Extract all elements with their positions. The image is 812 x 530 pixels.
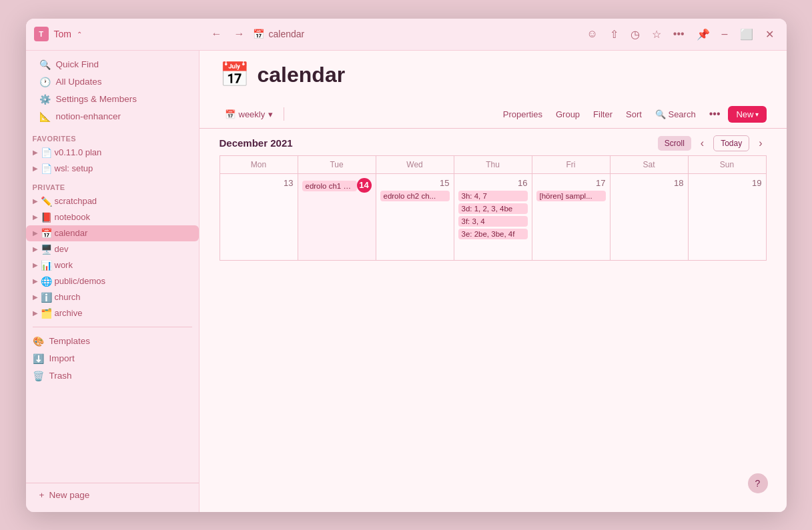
nav-page-title: calendar [269,29,305,39]
sidebar-label-church: church [55,292,81,302]
plus-icon: + [39,490,45,500]
day-header-sat: Sat [611,156,689,174]
calendar-header-row: Mon Tue Wed Thu Fri Sat Sun [220,155,767,174]
calendar-grid: Mon Tue Wed Thu Fri Sat Sun 13 [199,155,787,274]
day-header-wed: Wed [376,156,454,174]
maximize-button[interactable]: ⬜ [735,25,758,43]
sidebar-label-dev: dev [55,244,69,254]
emoji-button[interactable]: ☺ [582,25,602,43]
titlebar-actions: ☺ ⇧ ◷ ☆ ••• 📌 – ⬜ ✕ [582,25,778,43]
cal-event-thu-1[interactable]: 3h: 4, 7 [458,191,528,201]
sidebar-item-calendar[interactable]: ▶ 📅 calendar [26,225,199,241]
toolbar-divider [284,107,284,121]
search-button[interactable]: 🔍 Search [650,107,701,122]
new-page-button[interactable]: + New page [33,486,192,504]
view-chevron-icon: ▾ [268,109,273,119]
nav-page-icon: 📅 [253,28,265,40]
history-button[interactable]: ◷ [626,25,645,43]
doc-icon-2: 📄 [41,163,52,174]
chevron-right-icon-4: ▶ [33,213,38,221]
search-icon-toolbar: 🔍 [655,109,666,119]
sidebar-item-wsl-setup[interactable]: ▶ 📄 wsl: setup [26,161,199,177]
sidebar-item-v011-plan[interactable]: ▶ 📄 v0.11.0 plan [26,145,199,161]
today-button[interactable]: Today [713,135,749,151]
sidebar-item-public-demos[interactable]: ▶ 🌐 public/demos [26,273,199,289]
new-page-label: New page [49,490,89,500]
sidebar-top: 🔍 Quick Find 🕐 All Updates ⚙️ Settings &… [26,51,199,128]
cal-event-thu-4[interactable]: 3e: 2be, 3be, 4f [458,229,528,239]
day-num-19: 19 [693,178,762,188]
view-label: weekly [239,109,266,119]
more-button[interactable]: ••• [669,25,689,43]
day-num-16: 16 [458,178,528,188]
view-selector-button[interactable]: 📅 weekly ▾ [220,107,279,122]
sidebar-label-import: Import [49,353,75,363]
private-label: PRIVATE [26,177,199,193]
cal-cell-wed: 15 edrolo ch2 ch... [376,174,454,261]
titlebar-nav: ← → 📅 calendar [208,25,582,43]
notion-enhancer-icon: 📐 [39,111,51,122]
content-header: 📅 calendar [199,51,787,101]
cal-event-thu-2[interactable]: 3d: 1, 2, 3, 4be [458,203,528,214]
prev-month-button[interactable]: ‹ [697,136,708,151]
sidebar-item-dev[interactable]: ▶ 🖥️ dev [26,241,199,257]
chevron-right-icon-6: ▶ [33,245,38,253]
view-icon: 📅 [225,109,236,119]
help-button[interactable]: ? [748,473,768,493]
properties-button[interactable]: Properties [498,107,548,122]
pencil-icon: ✏️ [41,196,52,207]
day-header-thu: Thu [454,156,532,174]
sidebar-label-work: work [55,260,73,270]
sidebar-bottom: + New page [26,483,199,512]
cal-event-wed-1[interactable]: edrolo ch2 ch... [380,191,450,201]
day-num-14: 14 [357,178,372,193]
sidebar-item-work[interactable]: ▶ 📊 work [26,257,199,273]
sort-button[interactable]: Sort [621,107,647,122]
cal-cell-thu: 16 3h: 4, 7 3d: 1, 2, 3, 4be 3f: 3, 4 3e… [454,174,532,261]
sidebar-item-archive[interactable]: ▶ 🗂️ archive [26,305,199,321]
sidebar-item-notebook[interactable]: ▶ 📕 notebook [26,209,199,225]
sidebar-item-import[interactable]: ⬇️ Import [26,350,199,367]
more-options-button[interactable]: ••• [704,105,726,123]
sidebar-item-scratchpad[interactable]: ▶ ✏️ scratchpad [26,193,199,209]
share-button[interactable]: ⇧ [605,25,623,43]
user-avatar: T [34,27,49,41]
cal-event-thu-3[interactable]: 3f: 3, 4 [458,216,528,227]
sidebar-item-templates[interactable]: 🎨 Templates [26,333,199,350]
forward-button[interactable]: → [230,25,249,43]
minimize-button[interactable]: – [717,25,733,43]
scroll-button[interactable]: Scroll [658,136,691,151]
cal-cell-mon: 13 [220,174,298,261]
sidebar-item-church[interactable]: ▶ ℹ️ church [26,289,199,305]
cal-cell-sun: 19 [689,174,767,261]
sidebar-item-notion-enhancer[interactable]: 📐 notion-enhancer [33,108,192,125]
db-toolbar: 📅 weekly ▾ Properties Group Filter Sort … [199,101,787,129]
main-layout: 🔍 Quick Find 🕐 All Updates ⚙️ Settings &… [26,51,787,512]
day-header-fri: Fri [532,156,611,174]
sidebar-item-all-updates[interactable]: 🕐 All Updates [33,73,192,91]
sidebar-item-trash[interactable]: 🗑️ Trash [26,367,199,385]
sidebar-label-all-updates: All Updates [56,77,102,87]
pin-button[interactable]: 📌 [692,25,715,43]
back-button[interactable]: ← [208,25,226,43]
globe-icon: 🌐 [41,276,52,287]
star-button[interactable]: ☆ [647,25,666,43]
close-button[interactable]: ✕ [761,25,779,43]
calendar-container: December 2021 Scroll ‹ Today › Mon Tue W… [199,129,787,512]
sidebar-item-settings[interactable]: ⚙️ Settings & Members [33,91,192,108]
favorites-label: FAVORITES [26,128,199,145]
sidebar-item-quick-find[interactable]: 🔍 Quick Find [33,56,192,73]
book-icon: 📕 [41,212,52,223]
calendar-nav: December 2021 Scroll ‹ Today › [199,129,787,155]
cal-cell-fri: 17 [hören] sampl... [532,174,611,261]
titlebar-left: T Tom ⌃ [34,27,208,41]
cal-event-tue-1[interactable]: edrolo ch1 ch... [302,181,357,191]
filter-button[interactable]: Filter [588,107,618,122]
cal-event-fri-1[interactable]: [hören] sampl... [536,191,606,201]
cal-cell-tue: 14 edrolo ch1 ch... [298,174,376,261]
clock-icon: 🕐 [39,77,51,87]
sidebar-label-notebook: notebook [55,212,91,222]
group-button[interactable]: Group [550,107,585,122]
next-month-button[interactable]: › [755,136,766,151]
new-record-button[interactable]: New ▾ [728,106,766,123]
